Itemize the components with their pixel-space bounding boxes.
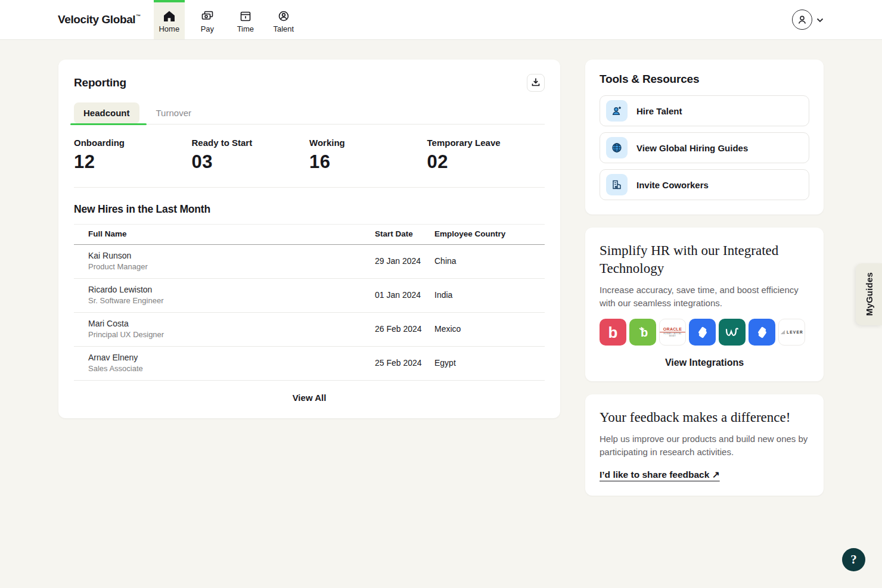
- nav-tab-pay[interactable]: Pay: [192, 0, 223, 39]
- integrations-card: Simplify HR with our Integrated Technolo…: [585, 228, 824, 381]
- blue-card-logo: [689, 319, 716, 346]
- tool-label: Invite Coworkers: [636, 180, 709, 190]
- stat-value: 02: [427, 151, 545, 173]
- column-full-name: Full Name: [74, 225, 375, 245]
- share-feedback-link[interactable]: I’d like to share feedback ↗: [600, 469, 720, 480]
- stat-temporary-leave: Temporary Leave 02: [427, 138, 545, 173]
- reporting-tabs: Headcount Turnover: [74, 102, 545, 125]
- view-integrations-link[interactable]: View Integrations: [600, 357, 809, 368]
- person-add-icon: [606, 100, 628, 122]
- banknotes-icon: [201, 10, 214, 22]
- hire-talent-button[interactable]: Hire Talent: [600, 95, 809, 126]
- employee-name: Ricardo Lewiston: [88, 285, 375, 294]
- stat-label: Working: [309, 138, 427, 148]
- feedback-title: Your feedback makes a difference!: [600, 409, 809, 427]
- question-mark-icon: ?: [850, 552, 857, 567]
- help-button[interactable]: ?: [842, 548, 865, 571]
- stat-label: Temporary Leave: [427, 138, 545, 148]
- blue-card-logo-2: [749, 319, 775, 346]
- employee-role: Sales Associate: [88, 364, 375, 373]
- main-content: Reporting Headcount Turnover Onboarding …: [0, 39, 882, 496]
- hibob-logo: b: [600, 319, 626, 346]
- headcount-stats: Onboarding 12 Ready to Start 03 Working …: [74, 125, 545, 188]
- table-row[interactable]: Ricardo Lewiston Sr. Software Engineer 0…: [74, 279, 545, 313]
- oracle-logo: ORACLE HUMAN CAPITAL MGMT: [659, 319, 686, 346]
- reporting-card: Reporting Headcount Turnover Onboarding …: [58, 60, 560, 418]
- employee-name: Arnav Elneny: [88, 353, 375, 362]
- globe-icon: [606, 137, 628, 158]
- bamboohr-logo: b: [629, 319, 656, 346]
- stat-label: Ready to Start: [192, 138, 310, 148]
- lever-logo: LEVER: [778, 319, 805, 346]
- employee-country: India: [434, 279, 545, 313]
- table-header-row: Full Name Start Date Employee Country: [74, 225, 545, 245]
- chevron-down-icon: [816, 15, 824, 24]
- nav-tab-label: Talent: [273, 24, 294, 33]
- employee-role: Principal UX Designer: [88, 330, 375, 339]
- tools-resources-title: Tools & Resources: [600, 73, 809, 86]
- reporting-title: Reporting: [74, 76, 126, 89]
- nav-tab-label: Time: [237, 24, 254, 33]
- employee-country: Egypt: [434, 347, 545, 381]
- table-row[interactable]: Kai Runson Product Manager 29 Jan 2024 C…: [74, 245, 545, 279]
- myguides-label: MyGuides: [864, 272, 874, 316]
- trademark-symbol: ™: [136, 14, 141, 19]
- stat-value: 03: [192, 151, 310, 173]
- table-row[interactable]: Arnav Elneny Sales Associate 25 Feb 2024…: [74, 347, 545, 381]
- stat-onboarding: Onboarding 12: [74, 138, 192, 173]
- velocity-global-logo: Velocity Global™: [58, 0, 141, 39]
- table-row[interactable]: Mari Costa Principal UX Designer 26 Feb …: [74, 313, 545, 347]
- tab-headcount[interactable]: Headcount: [74, 102, 139, 124]
- download-report-button[interactable]: [527, 74, 545, 92]
- new-hires-table: Full Name Start Date Employee Country Ka…: [74, 224, 545, 381]
- tools-resources-card: Tools & Resources Hire Talent: [585, 60, 824, 214]
- start-date: 25 Feb 2024: [375, 347, 434, 381]
- feedback-card: Your feedback makes a difference! Help u…: [585, 394, 824, 495]
- nav-tab-home[interactable]: Home: [154, 0, 185, 39]
- logo-text: Velocity Global: [58, 13, 135, 26]
- hibob-glyph: b: [608, 325, 618, 340]
- stat-value: 12: [74, 151, 192, 173]
- avatar: [792, 10, 812, 30]
- tab-turnover[interactable]: Turnover: [147, 102, 201, 124]
- employee-country: China: [434, 245, 545, 279]
- top-navigation: Velocity Global™ Home Pay: [0, 0, 882, 39]
- calendar-icon: [239, 10, 252, 22]
- start-date: 01 Jan 2024: [375, 279, 434, 313]
- integrations-title: Simplify HR with our Integrated Technolo…: [600, 242, 809, 278]
- primary-nav: Home Pay Time: [154, 0, 299, 39]
- home-icon: [163, 10, 176, 22]
- nav-tab-talent[interactable]: Talent: [268, 0, 299, 39]
- employee-name: Mari Costa: [88, 319, 375, 328]
- person-badge-icon: [277, 10, 290, 22]
- integrations-description: Increase accuracy, save time, and boost …: [600, 284, 809, 310]
- feedback-description: Help us improve our products and build n…: [600, 433, 809, 459]
- myguides-tab[interactable]: MyGuides: [856, 263, 882, 325]
- user-menu-button[interactable]: [792, 10, 824, 30]
- stat-working: Working 16: [309, 138, 427, 173]
- employee-role: Sr. Software Engineer: [88, 296, 375, 305]
- workhuman-logo: [719, 319, 746, 346]
- stat-value: 16: [309, 151, 427, 173]
- start-date: 29 Jan 2024: [375, 245, 434, 279]
- stat-ready-to-start: Ready to Start 03: [192, 138, 310, 173]
- invite-coworkers-button[interactable]: Invite Coworkers: [600, 169, 809, 200]
- employee-name: Kai Runson: [88, 251, 375, 260]
- employee-role: Product Manager: [88, 262, 375, 271]
- new-hires-heading: New Hires in the Last Month: [74, 203, 545, 216]
- integration-logos: b b ORACLE HUMAN CAPITAL MGMT: [600, 319, 809, 346]
- column-employee-country: Employee Country: [434, 225, 545, 245]
- tool-label: View Global Hiring Guides: [636, 143, 748, 153]
- download-icon: [531, 77, 541, 89]
- start-date: 26 Feb 2024: [375, 313, 434, 347]
- stat-label: Onboarding: [74, 138, 192, 148]
- nav-tab-label: Pay: [201, 24, 214, 33]
- column-start-date: Start Date: [375, 225, 434, 245]
- view-all-link[interactable]: View All: [74, 381, 545, 406]
- employee-country: Mexico: [434, 313, 545, 347]
- right-column: Tools & Resources Hire Talent: [585, 60, 824, 496]
- view-global-hiring-guides-button[interactable]: View Global Hiring Guides: [600, 132, 809, 163]
- building-icon: [606, 174, 628, 195]
- nav-tab-time[interactable]: Time: [230, 0, 261, 39]
- tool-label: Hire Talent: [636, 106, 682, 116]
